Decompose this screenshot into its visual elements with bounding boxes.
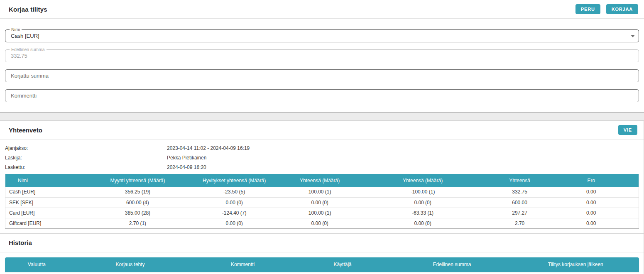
- counted-at-label: Laskettu:: [5, 164, 167, 170]
- table-cell: 0.00 (0): [350, 197, 496, 208]
- summary-table-header-row: NimiMyynti yhteensä (Määrä)Hyvitykset yh…: [5, 174, 639, 187]
- column-header: Yhteensä (Määrä): [350, 174, 496, 187]
- confirm-button[interactable]: KORJAA: [606, 4, 638, 14]
- previous-amount-label: Edellinen summa: [10, 47, 47, 52]
- table-cell: -63.33 (1): [350, 208, 496, 218]
- previous-amount-field: Edellinen summa: [5, 49, 639, 62]
- column-header: Edellinen summa: [392, 257, 512, 272]
- table-cell: SEK [SEK]: [5, 197, 97, 208]
- info-row-counted-at: Laskettu: 2024-04-09 16:20: [5, 164, 644, 170]
- history-table: ValuuttaKorjaus tehtyKommenttiKäyttäjäEd…: [5, 257, 639, 272]
- column-header: Myynti yhteensä (Määrä): [96, 174, 179, 187]
- dialog-header: Korjaa tilitys PERU KORJAA: [0, 0, 644, 19]
- table-cell: 0.00 (0): [290, 218, 350, 228]
- table-cell: 2.70 (1): [96, 218, 179, 228]
- info-row-period: Ajanjakso: 2023-04-14 11:02 - 2024-04-09…: [5, 145, 644, 151]
- column-header: Hyvitykset yhteensä (Määrä): [179, 174, 290, 187]
- column-header: Ero: [544, 174, 639, 187]
- table-row: Giftcard [EUR]2.70 (1)0.00 (0)0.00 (0)0.…: [5, 218, 639, 228]
- chevron-down-icon: [631, 35, 635, 37]
- cancel-button[interactable]: PERU: [575, 4, 600, 14]
- table-row: Card [EUR]385.00 (28)-124.40 (7)100.00 (…: [5, 208, 639, 218]
- table-cell: 600.00 (4): [96, 197, 179, 208]
- column-header: Nimi: [5, 174, 97, 187]
- counter-label: Laskija:: [5, 155, 167, 161]
- history-table-header-row: ValuuttaKorjaus tehtyKommenttiKäyttäjäEd…: [5, 257, 639, 272]
- corrected-amount-field: [5, 69, 639, 82]
- column-header: Yhteensä (Määrä): [290, 174, 350, 187]
- table-cell: 0.00 (0): [290, 197, 350, 208]
- summary-table-body: Cash [EUR]356.25 (19)-23.50 (5)100.00 (1…: [5, 187, 639, 228]
- period-label: Ajanjakso:: [5, 145, 167, 151]
- table-cell: 0.00 (0): [350, 218, 496, 228]
- section-divider: [0, 112, 644, 121]
- table-cell: 356.25 (19): [96, 187, 179, 197]
- name-select-label: Nimi: [10, 27, 22, 32]
- table-cell: 100.00 (1): [290, 187, 350, 197]
- table-row: Cash [EUR]356.25 (19)-23.50 (5)100.00 (1…: [5, 187, 639, 197]
- corrected-amount-input[interactable]: [5, 70, 639, 82]
- table-cell: 0.00: [544, 218, 639, 228]
- column-header: Yhteensä: [496, 174, 544, 187]
- table-cell: Giftcard [EUR]: [5, 218, 97, 228]
- summary-card: Yhteenveto VIE Ajanjakso: 2023-04-14 11:…: [0, 121, 644, 274]
- column-header: Tilitys korjauksen jälkeen: [512, 257, 639, 272]
- history-table-head: ValuuttaKorjaus tehtyKommenttiKäyttäjäEd…: [5, 257, 639, 272]
- table-cell: 600.00: [496, 197, 544, 208]
- table-cell: -124.40 (7): [179, 208, 290, 218]
- counter-value: Pekka Pietikainen: [167, 155, 206, 161]
- previous-amount-input: [5, 50, 639, 62]
- page-title: Korjaa tilitys: [9, 6, 47, 13]
- edit-form: Nimi Cash [EUR] Edellinen summa: [0, 19, 644, 102]
- column-header: Kommentti: [192, 257, 293, 272]
- table-cell: 0.00: [544, 197, 639, 208]
- period-value: 2023-04-14 11:02 - 2024-04-09 16:19: [167, 145, 250, 151]
- table-cell: 332.75: [496, 187, 544, 197]
- summary-info: Ajanjakso: 2023-04-14 11:02 - 2024-04-09…: [0, 139, 644, 170]
- summary-header: Yhteenveto VIE: [0, 121, 644, 139]
- table-cell: 0.00 (0): [179, 218, 290, 228]
- summary-table-head: NimiMyynti yhteensä (Määrä)Hyvitykset yh…: [5, 174, 639, 187]
- name-select-value: Cash [EUR]: [5, 33, 631, 39]
- table-cell: -100.00 (1): [350, 187, 496, 197]
- table-cell: Card [EUR]: [5, 208, 97, 218]
- table-cell: 297.27: [496, 208, 544, 218]
- export-button[interactable]: VIE: [618, 125, 637, 135]
- comment-field: [5, 89, 639, 102]
- table-cell: 100.00 (1): [290, 208, 350, 218]
- column-header: Valuutta: [5, 257, 69, 272]
- column-header: Käyttäjä: [294, 257, 392, 272]
- table-row: SEK [SEK]600.00 (4)0.00 (0)0.00 (0)0.00 …: [5, 197, 639, 208]
- summary-table: NimiMyynti yhteensä (Määrä)Hyvitykset yh…: [5, 174, 639, 229]
- table-cell: 0.00: [544, 187, 639, 197]
- comment-input[interactable]: [5, 90, 639, 102]
- history-title: Historia: [9, 239, 32, 246]
- table-cell: 0.00: [544, 208, 639, 218]
- table-cell: 385.00 (28): [96, 208, 179, 218]
- info-row-counter: Laskija: Pekka Pietikainen: [5, 155, 644, 161]
- summary-title: Yhteenveto: [9, 127, 42, 134]
- history-header: Historia: [0, 234, 644, 252]
- name-select[interactable]: Nimi Cash [EUR]: [5, 29, 639, 42]
- counted-at-value: 2024-04-09 16:20: [167, 164, 206, 170]
- table-cell: 0.00 (0): [179, 197, 290, 208]
- table-cell: -23.50 (5): [179, 187, 290, 197]
- table-cell: 2.70: [496, 218, 544, 228]
- column-header: Korjaus tehty: [69, 257, 192, 272]
- table-cell: Cash [EUR]: [5, 187, 97, 197]
